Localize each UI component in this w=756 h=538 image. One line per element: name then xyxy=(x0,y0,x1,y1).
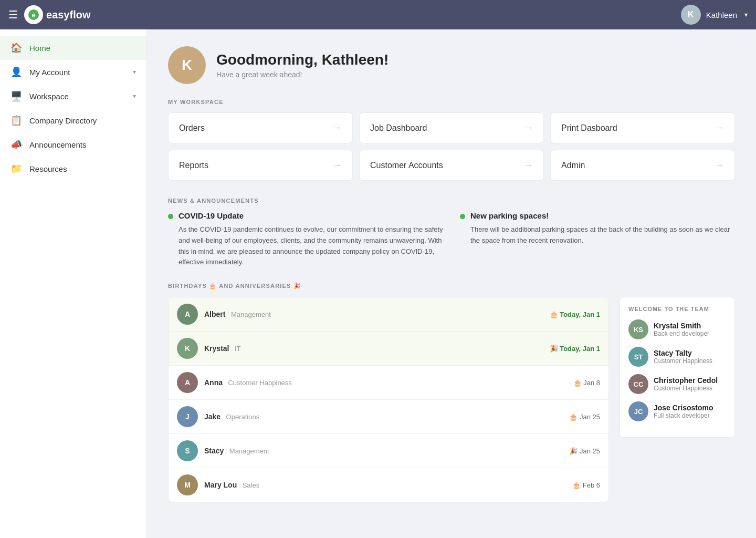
news-title-parking: New parking spaces! xyxy=(470,211,735,220)
sidebar: 🏠 Home 👤 My Account ▾ 🖥️ Workspace ▾ 📋 C… xyxy=(0,29,147,538)
welcome-name-christopher-cedol: Christopher Cedol xyxy=(654,376,718,385)
birthdays-anniversary-section: A Albert Management 🎂 Today, Jan 1 K Kry… xyxy=(168,297,735,502)
workspace-card-customer-accounts[interactable]: Customer Accounts → xyxy=(359,150,544,181)
birthday-avatar-jake: J xyxy=(177,406,198,427)
reports-arrow-icon: → xyxy=(332,160,342,171)
admin-arrow-icon: → xyxy=(715,160,724,171)
sidebar-item-company-directory[interactable]: 📋 Company Directory xyxy=(0,108,146,132)
welcome-avatar-jose-crisostomo: JC xyxy=(628,401,648,421)
birthday-name-jake: Jake xyxy=(204,412,220,421)
birthday-date-anna: 🎂 Jan 8 xyxy=(573,379,600,387)
workspace-grid: Orders → Job Dashboard → Print Dasboard … xyxy=(168,112,735,181)
sidebar-item-announcements[interactable]: 📣 Announcements xyxy=(0,132,146,157)
birthday-dept-mary-lou: Sales xyxy=(243,481,260,489)
welcome-person-jose-crisostomo: JC Jose Crisostomo Full stack developer xyxy=(628,401,726,421)
workspace-card-admin[interactable]: Admin → xyxy=(550,150,735,181)
birthday-row-mary-lou: M Mary Lou Sales 🎂 Feb 6 xyxy=(169,468,608,502)
birthday-name-mary-lou: Mary Lou xyxy=(204,481,237,489)
birthday-row-stacy: S Stacy Management 🎉 Jan 25 xyxy=(169,434,608,468)
birthday-row-anna: A Anna Customer Happiness 🎂 Jan 8 xyxy=(169,366,608,400)
print-dashboard-arrow-icon: → xyxy=(715,122,724,133)
birthday-avatar-mary-lou: M xyxy=(177,474,198,495)
workspace-card-job-dashboard[interactable]: Job Dashboard → xyxy=(359,112,544,143)
news-section-label: NEWS & ANNOUNCEMENTS xyxy=(168,198,735,204)
birthday-row-krystal: K Krystal IT 🎉 Today, Jan 1 xyxy=(169,332,608,366)
news-body-covid: As the COVID-19 pandemic continues to ev… xyxy=(178,224,443,268)
welcome-avatar-stacy-talty: ST xyxy=(628,347,648,367)
birthdays-list: A Albert Management 🎂 Today, Jan 1 K Kry… xyxy=(168,297,609,502)
welcome-name-stacy-talty: Stacy Talty xyxy=(654,349,712,357)
birthday-date-krystal: 🎉 Today, Jan 1 xyxy=(550,345,600,353)
news-item-parking: New parking spaces! There will be additi… xyxy=(460,211,735,268)
birthday-avatar-stacy: S xyxy=(177,440,198,461)
svg-text:e: e xyxy=(32,11,35,19)
greeting-avatar: K xyxy=(168,46,206,84)
birthday-avatar-albert: A xyxy=(177,304,198,325)
news-item-covid: COVID-19 Update As the COVID-19 pandemic… xyxy=(168,211,443,268)
birthday-dept-krystal: IT xyxy=(235,345,241,353)
workspace-card-orders-label: Orders xyxy=(179,123,205,133)
birthday-name-albert: Albert xyxy=(204,310,225,318)
main-content: K Goodmorning, Kathleen! Have a great we… xyxy=(147,29,756,538)
birthday-dept-jake: Operations xyxy=(226,413,260,421)
birthday-name-krystal: Krystal xyxy=(204,344,229,353)
birthday-dept-stacy: Management xyxy=(229,447,269,455)
user-name: Kathleen xyxy=(706,11,737,19)
sidebar-item-my-account[interactable]: 👤 My Account ▾ xyxy=(0,60,146,84)
workspace-card-customer-accounts-label: Customer Accounts xyxy=(370,161,443,170)
birthday-row-albert: A Albert Management 🎂 Today, Jan 1 xyxy=(169,297,608,332)
hamburger-menu[interactable]: ☰ xyxy=(8,8,18,21)
workspace-card-print-dashboard[interactable]: Print Dasboard → xyxy=(550,112,735,143)
workspace-icon: 🖥️ xyxy=(10,90,22,102)
logo[interactable]: e easyflow xyxy=(24,5,90,24)
home-icon: 🏠 xyxy=(10,42,22,54)
orders-arrow-icon: → xyxy=(332,122,342,133)
welcome-avatar-krystal-smith: KS xyxy=(628,319,648,339)
sidebar-item-resources[interactable]: 📁 Resources xyxy=(0,157,146,181)
news-title-covid: COVID-19 Update xyxy=(178,211,443,220)
topnav: ☰ e easyflow K Kathleen ▾ xyxy=(0,0,756,29)
birthday-date-jake: 🎂 Jan 25 xyxy=(569,413,600,421)
greeting-title: Goodmorning, Kathleen! xyxy=(216,51,388,68)
workspace-card-reports[interactable]: Reports → xyxy=(168,150,353,181)
user-avatar: K xyxy=(681,5,701,25)
user-menu-chevron-icon: ▾ xyxy=(744,11,748,18)
welcome-role-jose-crisostomo: Full stack developer xyxy=(654,412,713,419)
workspace-card-print-dashboard-label: Print Dasboard xyxy=(561,123,617,133)
resources-icon: 📁 xyxy=(10,163,22,174)
welcome-person-stacy-talty: ST Stacy Talty Customer Happiness xyxy=(628,347,726,367)
welcome-role-krystal-smith: Back end developer xyxy=(654,330,709,337)
news-body-parking: There will be additional parking spaces … xyxy=(470,224,735,246)
sidebar-label-my-account: My Account xyxy=(29,68,70,77)
birthdays-section-label: BIRTHDAYS 🎂 AND ANNIVERSARIES 🎉 xyxy=(168,283,735,289)
news-dot-parking xyxy=(460,214,465,219)
sidebar-item-workspace[interactable]: 🖥️ Workspace ▾ xyxy=(0,84,146,108)
welcome-person-krystal-smith: KS Krystal Smith Back end developer xyxy=(628,319,726,339)
welcome-name-jose-crisostomo: Jose Crisostomo xyxy=(654,404,713,412)
sidebar-label-home: Home xyxy=(29,44,50,53)
workspace-card-admin-label: Admin xyxy=(561,161,585,170)
welcome-name-krystal-smith: Krystal Smith xyxy=(654,322,709,330)
welcome-role-christopher-cedol: Customer Happiness xyxy=(654,385,718,392)
user-menu[interactable]: K Kathleen ▾ xyxy=(681,5,748,25)
job-dashboard-arrow-icon: → xyxy=(523,122,533,133)
workspace-chevron-icon: ▾ xyxy=(133,92,136,100)
birthday-date-albert: 🎂 Today, Jan 1 xyxy=(550,311,600,318)
welcome-panel-title: WELCOME TO THE TEAM xyxy=(628,306,726,312)
birthday-row-jake: J Jake Operations 🎂 Jan 25 xyxy=(169,400,608,434)
workspace-card-job-dashboard-label: Job Dashboard xyxy=(370,123,427,133)
sidebar-label-company-directory: Company Directory xyxy=(29,116,97,125)
sidebar-label-announcements: Announcements xyxy=(29,140,86,149)
workspace-card-orders[interactable]: Orders → xyxy=(168,112,353,143)
sidebar-label-resources: Resources xyxy=(29,164,67,173)
workspace-card-reports-label: Reports xyxy=(179,161,208,170)
birthday-avatar-anna: A xyxy=(177,372,198,393)
news-grid: COVID-19 Update As the COVID-19 pandemic… xyxy=(168,211,735,268)
welcome-person-christopher-cedol: CC Christopher Cedol Customer Happiness xyxy=(628,374,726,394)
logo-text: easyflow xyxy=(46,9,90,21)
sidebar-item-home[interactable]: 🏠 Home xyxy=(0,36,146,60)
company-directory-icon: 📋 xyxy=(10,115,22,126)
birthday-date-mary-lou: 🎂 Feb 6 xyxy=(572,481,600,489)
my-account-icon: 👤 xyxy=(10,66,22,78)
greeting-subtitle: Have a great week ahead! xyxy=(216,70,388,79)
